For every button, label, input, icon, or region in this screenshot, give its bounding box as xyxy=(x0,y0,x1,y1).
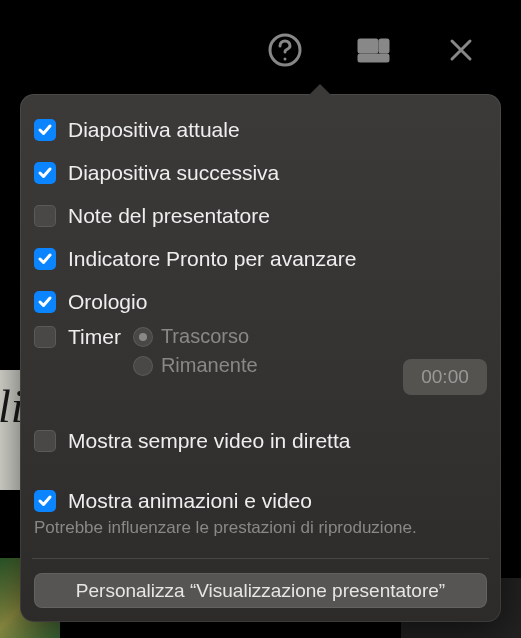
radio-label-remaining: Rimanente xyxy=(161,354,258,377)
label-timer: Timer xyxy=(68,325,121,349)
checkbox-timer[interactable] xyxy=(34,326,56,348)
svg-point-1 xyxy=(284,58,287,61)
hint-show-animations: Potrebbe influenzare le prestazioni di r… xyxy=(34,518,487,538)
radio-label-elapsed: Trascorso xyxy=(161,325,249,348)
option-presenter-notes[interactable]: Note del presentatore xyxy=(34,194,487,237)
toolbar xyxy=(0,20,521,80)
label-next-slide: Diapositiva successiva xyxy=(68,161,279,185)
popover-arrow xyxy=(308,84,332,96)
customize-presenter-display-button[interactable]: Personalizza “Visualizzazione presentato… xyxy=(34,573,487,608)
checkbox-clock[interactable] xyxy=(34,291,56,313)
checkbox-ready-indicator[interactable] xyxy=(34,248,56,270)
help-icon[interactable] xyxy=(265,30,305,70)
option-timer: Timer Trascorso Rimanente 00:00 xyxy=(34,323,487,403)
checkbox-next-slide[interactable] xyxy=(34,162,56,184)
svg-rect-2 xyxy=(359,40,377,52)
option-clock[interactable]: Orologio xyxy=(34,280,487,323)
close-icon[interactable] xyxy=(441,30,481,70)
svg-rect-4 xyxy=(359,55,388,61)
presenter-display-options-popover: Diapositiva attuale Diapositiva successi… xyxy=(20,94,501,622)
option-next-slide[interactable]: Diapositiva successiva xyxy=(34,151,487,194)
option-always-live-video[interactable]: Mostra sempre video in diretta xyxy=(34,420,487,463)
label-current-slide: Diapositiva attuale xyxy=(68,118,240,142)
radio-elapsed[interactable] xyxy=(133,327,153,347)
label-always-live-video: Mostra sempre video in diretta xyxy=(68,429,350,453)
divider xyxy=(32,558,489,559)
label-show-animations: Mostra animazioni e video xyxy=(68,489,312,513)
option-ready-indicator[interactable]: Indicatore Pronto per avanzare xyxy=(34,237,487,280)
label-ready-indicator: Indicatore Pronto per avanzare xyxy=(68,247,356,271)
layout-options-icon[interactable] xyxy=(353,30,393,70)
checkbox-presenter-notes[interactable] xyxy=(34,205,56,227)
checkbox-current-slide[interactable] xyxy=(34,119,56,141)
radio-remaining[interactable] xyxy=(133,356,153,376)
option-current-slide[interactable]: Diapositiva attuale xyxy=(34,108,487,151)
label-clock: Orologio xyxy=(68,290,147,314)
checkbox-show-animations[interactable] xyxy=(34,490,56,512)
option-show-animations[interactable]: Mostra animazioni e video xyxy=(34,479,487,522)
radio-row-remaining[interactable]: Rimanente xyxy=(133,354,258,377)
timer-value-field[interactable]: 00:00 xyxy=(403,359,487,395)
checkbox-always-live-video[interactable] xyxy=(34,430,56,452)
radio-row-elapsed[interactable]: Trascorso xyxy=(133,325,249,348)
label-presenter-notes: Note del presentatore xyxy=(68,204,270,228)
svg-rect-3 xyxy=(380,40,388,52)
